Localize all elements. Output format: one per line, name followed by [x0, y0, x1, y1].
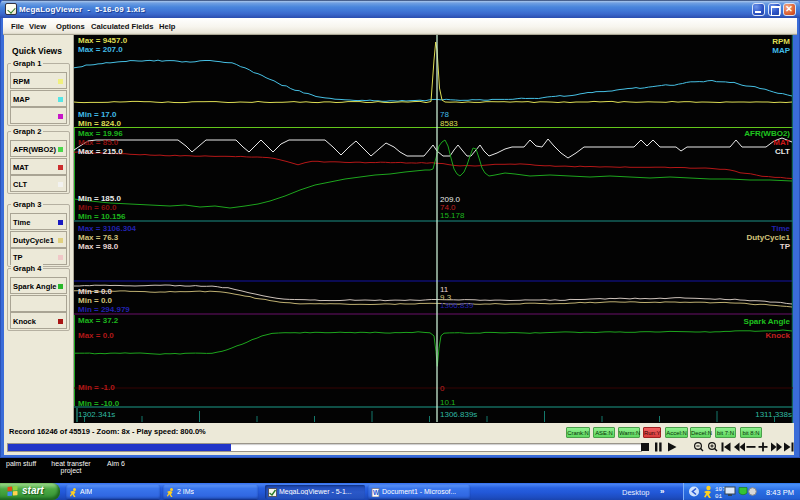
svg-text:1306.839s: 1306.839s [440, 410, 477, 419]
svg-text:Min = -1.0: Min = -1.0 [78, 383, 115, 392]
svg-text:1311.338s: 1311.338s [755, 410, 792, 419]
svg-text:AFR(WBO2): AFR(WBO2) [744, 129, 790, 138]
svg-text:Spark Angle: Spark Angle [744, 317, 791, 326]
svg-text:Knock: Knock [766, 331, 791, 340]
svg-text:Max = 37.2: Max = 37.2 [78, 316, 119, 325]
svg-text:01: 01 [715, 493, 723, 500]
svg-text:Max = 19.96: Max = 19.96 [78, 129, 123, 138]
svg-text:Max = 9457.0: Max = 9457.0 [78, 36, 128, 45]
svg-text:Min = 10.156: Min = 10.156 [78, 212, 126, 221]
svg-text:RPM: RPM [772, 37, 790, 46]
svg-text:Min = 0.0: Min = 0.0 [78, 287, 113, 296]
svg-text:Min = -10.0: Min = -10.0 [78, 399, 120, 408]
svg-text:Max = 85.0: Max = 85.0 [78, 138, 119, 147]
svg-text:MAT: MAT [773, 138, 790, 147]
svg-text:Max = 0.0: Max = 0.0 [78, 331, 114, 340]
svg-text:W: W [373, 489, 380, 496]
svg-text:1306.839: 1306.839 [440, 301, 474, 310]
svg-text:TP: TP [780, 242, 791, 251]
svg-text:1302.341s: 1302.341s [78, 410, 115, 419]
svg-text:0: 0 [440, 384, 445, 393]
svg-text:10.1: 10.1 [440, 398, 456, 407]
svg-text:Max = 215.0: Max = 215.0 [78, 147, 123, 156]
svg-text:Min = 824.0: Min = 824.0 [78, 119, 121, 128]
svg-text:Max = 207.0: Max = 207.0 [78, 45, 123, 54]
svg-text:Min = 185.0: Min = 185.0 [78, 194, 121, 203]
svg-text:DutyCycle1: DutyCycle1 [746, 233, 790, 242]
svg-text:CLT: CLT [775, 147, 790, 156]
svg-text:Min = 60.0: Min = 60.0 [78, 203, 117, 212]
svg-text:8583: 8583 [440, 119, 458, 128]
svg-text:Min = 0.0: Min = 0.0 [78, 296, 113, 305]
svg-text:15.178: 15.178 [440, 211, 465, 220]
svg-text:MAP: MAP [772, 46, 790, 55]
svg-text:Min = 17.0: Min = 17.0 [78, 110, 117, 119]
svg-text:Min = 294.979: Min = 294.979 [78, 305, 130, 314]
svg-text:Max = 76.3: Max = 76.3 [78, 233, 119, 242]
svg-text:78: 78 [440, 110, 449, 119]
svg-text:Time: Time [771, 224, 790, 233]
svg-text:Max = 98.0: Max = 98.0 [78, 242, 119, 251]
svg-text:Max = 3106.304: Max = 3106.304 [78, 224, 137, 233]
